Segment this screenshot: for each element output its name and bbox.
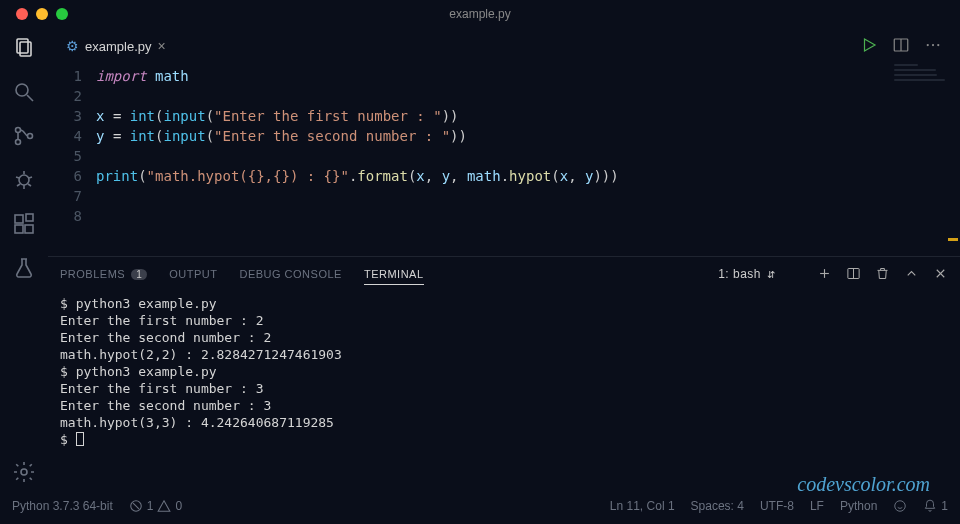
kill-terminal-icon[interactable] [875,266,890,283]
svg-point-33 [895,501,906,512]
svg-rect-15 [15,225,23,233]
svg-rect-0 [17,39,28,53]
editor-tab[interactable]: ⚙ example.py × [56,32,176,60]
svg-point-2 [16,84,28,96]
watermark: codevscolor.com [797,473,930,496]
status-indent[interactable]: Spaces: 4 [691,499,744,513]
maximize-icon[interactable] [56,8,68,20]
status-notifications[interactable]: 1 [923,499,948,513]
tab-bar: ⚙ example.py × [48,28,960,64]
status-problems[interactable]: 1 0 [129,499,182,513]
svg-line-9 [16,177,19,178]
svg-line-11 [17,184,20,186]
status-interpreter[interactable]: Python 3.7.3 64-bit [12,499,113,513]
close-icon[interactable] [16,8,28,20]
svg-point-22 [927,43,929,45]
close-panel-icon[interactable] [933,266,948,283]
svg-line-10 [29,177,32,178]
search-icon[interactable] [12,80,36,104]
bottom-panel: PROBLEMS 1 OUTPUT DEBUG CONSOLE TERMINAL… [48,256,960,494]
svg-line-32 [133,503,139,509]
status-bar: Python 3.7.3 64-bit 1 0 Ln 11, Col 1 Spa… [0,494,960,518]
split-editor-icon[interactable] [892,36,910,57]
svg-marker-19 [865,39,876,51]
scroll-marker [948,238,958,241]
window-title: example.py [0,0,960,28]
code-editor[interactable]: 12345678 import math x = int(input("Ente… [48,64,960,256]
svg-line-3 [27,95,33,101]
more-actions-icon[interactable] [924,36,942,57]
explorer-icon[interactable] [12,36,36,60]
source-control-icon[interactable] [12,124,36,148]
settings-icon[interactable] [12,460,36,484]
run-icon[interactable] [860,36,878,57]
status-feedback-icon[interactable] [893,499,907,513]
svg-point-7 [19,175,29,185]
maximize-panel-icon[interactable] [904,266,919,283]
tab-output[interactable]: OUTPUT [169,268,217,280]
status-encoding[interactable]: UTF-8 [760,499,794,513]
status-eol[interactable]: LF [810,499,824,513]
svg-line-12 [28,184,31,186]
svg-point-4 [16,128,21,133]
terminal-output[interactable]: $ python3 example.pyEnter the first numb… [48,291,960,494]
svg-point-18 [21,469,27,475]
svg-rect-17 [26,214,33,221]
tab-problems[interactable]: PROBLEMS 1 [60,268,147,280]
window-controls [16,8,68,20]
svg-point-24 [937,43,939,45]
close-tab-icon[interactable]: × [157,38,165,54]
svg-point-5 [16,140,21,145]
tab-debug-console[interactable]: DEBUG CONSOLE [239,268,341,280]
status-language[interactable]: Python [840,499,877,513]
terminal-selector[interactable]: 1: bash ⇵ [714,265,779,283]
code-content[interactable]: import math x = int(input("Enter the fir… [96,64,960,256]
python-file-icon: ⚙ [66,38,79,54]
testing-icon[interactable] [12,256,36,280]
problems-badge: 1 [131,269,147,280]
new-terminal-icon[interactable] [817,266,832,283]
tab-terminal[interactable]: TERMINAL [364,268,424,285]
svg-rect-14 [15,215,23,223]
svg-point-23 [932,43,934,45]
split-terminal-icon[interactable] [846,266,861,283]
status-cursor[interactable]: Ln 11, Col 1 [610,499,675,513]
tab-filename: example.py [85,39,151,54]
svg-rect-1 [20,42,31,56]
svg-point-6 [28,134,33,139]
extensions-icon[interactable] [12,212,36,236]
minimize-icon[interactable] [36,8,48,20]
debug-icon[interactable] [12,168,36,192]
activity-bar [0,28,48,494]
minimap[interactable] [894,64,954,104]
line-gutter: 12345678 [48,64,96,256]
svg-rect-16 [25,225,33,233]
